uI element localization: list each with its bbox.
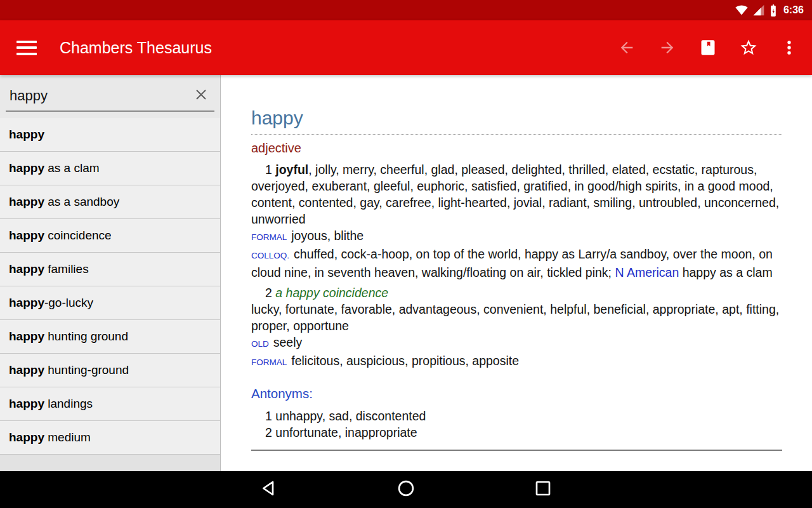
register-label: FORMAL bbox=[251, 358, 287, 367]
app-title: Chambers Thesaurus bbox=[60, 39, 212, 57]
book-icon bbox=[699, 39, 717, 57]
list-item[interactable]: happy landings bbox=[0, 387, 220, 421]
sense-2: 2 a happy coincidence lucky, fortunate, … bbox=[251, 284, 782, 371]
history-forward-button[interactable] bbox=[658, 39, 676, 57]
part-of-speech: adjective bbox=[251, 140, 782, 156]
example-phrase: a happy coincidence bbox=[275, 286, 388, 300]
suggestion-text: happy medium bbox=[9, 431, 91, 444]
battery-icon bbox=[769, 4, 777, 17]
list-item[interactable]: happy families bbox=[0, 253, 220, 286]
list-item[interactable]: happy hunting ground bbox=[0, 320, 220, 354]
suggestion-text: happy hunting-ground bbox=[9, 363, 129, 377]
bookmarks-button[interactable] bbox=[699, 39, 717, 57]
search-field[interactable] bbox=[6, 81, 214, 112]
arrow-forward-icon bbox=[658, 39, 676, 57]
search-input[interactable] bbox=[10, 88, 192, 104]
suggestion-text: happy hunting ground bbox=[9, 330, 128, 344]
example-line: 2 a happy coincidence bbox=[251, 284, 782, 301]
region-synonyms: happy as a clam bbox=[679, 265, 772, 279]
old-synonyms: seely bbox=[273, 335, 303, 349]
app-screen: 6:36 Chambers Thesaurus bbox=[0, 0, 812, 508]
list-item[interactable]: happy-go-lucky bbox=[0, 286, 220, 320]
entry-pane[interactable]: happy adjective 1 joyful, jolly, merry, … bbox=[221, 75, 812, 471]
entry-headword: happy bbox=[251, 108, 782, 135]
nav-back-button[interactable] bbox=[259, 479, 279, 500]
synonym-line: 1 joyful, jolly, merry, cheerful, glad, … bbox=[251, 161, 782, 227]
list-item[interactable]: happy as a clam bbox=[0, 152, 220, 185]
region-label: N American bbox=[615, 265, 679, 279]
overflow-dots-icon bbox=[780, 39, 798, 57]
formal-line: FORMALfelicitous, auspicious, propitious… bbox=[251, 352, 782, 371]
formal-line: FORMALjoyous, blithe bbox=[251, 227, 782, 246]
suggestion-text: happy-go-lucky bbox=[9, 296, 93, 310]
clear-search-button[interactable] bbox=[192, 86, 211, 105]
suggestion-text: happy bbox=[9, 128, 44, 142]
close-icon bbox=[193, 87, 209, 105]
sense-number: 2 bbox=[265, 286, 272, 300]
app-bar: Chambers Thesaurus bbox=[0, 20, 812, 75]
formal-synonyms: joyous, blithe bbox=[291, 229, 363, 243]
status-bar: 6:36 bbox=[0, 0, 812, 20]
hamburger-icon bbox=[16, 41, 37, 55]
old-line: OLDseely bbox=[251, 334, 782, 352]
suggestion-text: happy as a clam bbox=[9, 161, 100, 175]
back-triangle-icon bbox=[259, 478, 279, 501]
arrow-back-icon bbox=[618, 39, 636, 57]
menu-button[interactable] bbox=[16, 37, 37, 58]
sense-number: 1 bbox=[265, 163, 272, 177]
list-item[interactable]: happy hunting-ground bbox=[0, 354, 220, 387]
suggestion-list: happy happy as a clam happy as a sandboy… bbox=[0, 118, 220, 455]
recents-square-icon bbox=[533, 478, 553, 501]
list-item[interactable]: happy bbox=[0, 118, 220, 152]
overflow-menu-button[interactable] bbox=[780, 39, 798, 57]
suggestion-text: happy as a sandboy bbox=[9, 195, 119, 209]
antonyms-list: 1 unhappy, sad, discontented 2 unfortuna… bbox=[251, 408, 782, 441]
list-item[interactable]: happy as a sandboy bbox=[0, 185, 220, 219]
clock: 6:36 bbox=[783, 4, 804, 16]
sense-1: 1 joyful, jolly, merry, cheerful, glad, … bbox=[251, 161, 782, 281]
navigation-bar bbox=[0, 471, 812, 508]
key-synonym: joyful bbox=[275, 163, 308, 177]
body-row: happy happy as a clam happy as a sandboy… bbox=[0, 75, 812, 471]
formal-synonyms: felicitous, auspicious, propitious, appo… bbox=[291, 354, 519, 368]
history-back-button[interactable] bbox=[618, 39, 636, 57]
appbar-actions bbox=[618, 39, 798, 57]
list-item[interactable]: happy coincidence bbox=[0, 219, 220, 253]
search-sidebar: happy happy as a clam happy as a sandboy… bbox=[0, 75, 221, 471]
star-outline-icon bbox=[739, 38, 758, 57]
antonym-item: 2 unfortunate, inappropriate bbox=[251, 424, 782, 441]
register-label: OLD bbox=[251, 339, 269, 349]
register-label: FORMAL bbox=[251, 232, 287, 242]
antonyms-heading: Antonyms: bbox=[251, 386, 782, 401]
list-item-partial[interactable] bbox=[0, 455, 220, 471]
signal-icon bbox=[752, 4, 765, 17]
antonyms-section: Antonyms: 1 unhappy, sad, discontented 2… bbox=[251, 386, 782, 441]
suggestion-text: happy landings bbox=[9, 397, 93, 411]
search-row bbox=[0, 75, 220, 118]
suggestion-text: happy coincidence bbox=[9, 229, 112, 243]
colloq-line: COLLOQ.chuffed, cock-a-hoop, on top of t… bbox=[251, 246, 782, 281]
list-item[interactable]: happy medium bbox=[0, 421, 220, 455]
favorite-button[interactable] bbox=[740, 39, 757, 57]
nav-home-button[interactable] bbox=[396, 479, 416, 500]
wifi-icon bbox=[735, 4, 748, 17]
nav-recents-button[interactable] bbox=[533, 479, 553, 500]
entry-divider bbox=[251, 450, 782, 451]
home-circle-icon bbox=[396, 478, 416, 501]
suggestion-text: happy families bbox=[9, 262, 89, 276]
register-label: COLLOQ. bbox=[251, 251, 289, 260]
synonyms-text: , jolly, merry, cheerful, glad, pleased,… bbox=[251, 163, 779, 226]
antonym-item: 1 unhappy, sad, discontented bbox=[251, 408, 782, 424]
synonym-line: lucky, fortunate, favorable, advantageou… bbox=[251, 301, 782, 334]
